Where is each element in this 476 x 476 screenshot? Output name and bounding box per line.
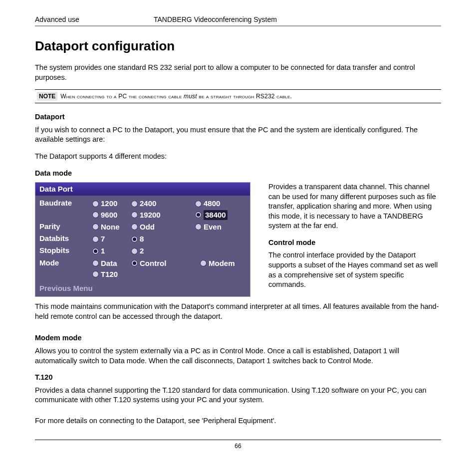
radio-option[interactable]: T120 xyxy=(92,269,131,280)
radio-icon xyxy=(92,224,99,230)
radio-label: Modem xyxy=(209,258,235,268)
radio-option[interactable]: 2 xyxy=(131,245,170,256)
radio-option[interactable]: Odd xyxy=(131,222,170,233)
radio-option[interactable]: 9600 xyxy=(92,210,131,221)
option-label: Mode xyxy=(39,258,92,268)
page-number: 66 xyxy=(35,442,441,450)
radio-label: None xyxy=(101,222,120,232)
panel-title: Data Port xyxy=(35,183,250,196)
radio-icon xyxy=(200,260,207,266)
page-header: Advanced use TANDBERG Videoconferencing … xyxy=(35,15,441,26)
t120-heading: T.120 xyxy=(35,373,441,383)
radio-option[interactable]: 1 xyxy=(92,245,131,256)
option-row: Stopbits12 xyxy=(39,245,246,257)
option-row: Baudrate12002400480096001920038400 xyxy=(39,198,246,221)
note-text: When connecting to a PC the connecting c… xyxy=(60,92,292,100)
radio-label: 1200 xyxy=(101,199,117,209)
radio-label: Even xyxy=(204,222,222,232)
option-values: 78 xyxy=(92,234,246,244)
page-title: Dataport configuration xyxy=(35,37,441,55)
radio-option[interactable]: Modem xyxy=(200,258,239,269)
radio-icon xyxy=(92,271,99,277)
see-also: For more details on connecting to the Da… xyxy=(35,416,441,426)
header-product: TANDBERG Videoconferencing System xyxy=(154,15,441,24)
radio-label: 2400 xyxy=(140,199,156,209)
option-values: 12002400480096001920038400 xyxy=(92,198,246,221)
option-row: Databits78 xyxy=(39,233,246,245)
radio-option[interactable]: 8 xyxy=(131,234,170,244)
radio-label: Control xyxy=(140,258,166,268)
datamode-heading: Data mode xyxy=(35,169,441,179)
radio-icon xyxy=(131,201,138,207)
radio-option[interactable]: 38400 xyxy=(195,210,234,221)
radio-icon xyxy=(195,201,202,207)
radio-icon xyxy=(195,212,202,218)
modemmode-heading: Modem mode xyxy=(35,333,441,343)
radio-label: 4800 xyxy=(204,199,220,209)
option-label: Databits xyxy=(39,234,92,243)
radio-label: Data xyxy=(101,258,117,268)
radio-option[interactable]: 7 xyxy=(92,234,131,244)
t120-desc: Provides a data channel supporting the T… xyxy=(35,386,441,405)
radio-icon xyxy=(92,260,99,266)
radio-option[interactable]: 19200 xyxy=(131,210,170,221)
controlmode-extra: This mode maintains communication with t… xyxy=(35,302,441,321)
dataport-heading: Dataport xyxy=(35,112,441,122)
controlmode-desc: The control interface provided by the Da… xyxy=(268,250,441,289)
radio-label: 1 xyxy=(101,246,105,256)
note-label: NOTE xyxy=(37,92,57,101)
intro-text: The system provides one standard RS 232 … xyxy=(35,63,441,82)
modemmode-desc: Allows you to control the system externa… xyxy=(35,346,441,366)
radio-option[interactable]: 2400 xyxy=(131,198,170,209)
option-label: Baudrate xyxy=(39,198,92,208)
header-section: Advanced use xyxy=(35,15,154,24)
radio-option[interactable]: Data xyxy=(92,258,131,269)
previous-menu[interactable]: Previous Menu xyxy=(39,280,246,293)
datamode-desc: Provides a transparent data channel. Thi… xyxy=(268,182,441,231)
radio-label: 19200 xyxy=(140,210,161,220)
controlmode-heading: Control mode xyxy=(268,238,441,248)
radio-option[interactable]: None xyxy=(92,222,131,233)
radio-label: 8 xyxy=(140,234,144,244)
radio-label: 9600 xyxy=(101,210,117,220)
radio-option[interactable]: 4800 xyxy=(195,198,234,209)
option-row: ParityNoneOddEven xyxy=(39,221,246,233)
radio-label: 38400 xyxy=(204,210,228,220)
radio-icon xyxy=(92,212,99,218)
radio-label: 2 xyxy=(140,246,144,256)
radio-icon xyxy=(92,201,99,207)
radio-icon xyxy=(131,224,138,230)
radio-option[interactable]: Even xyxy=(195,222,234,233)
option-label: Stopbits xyxy=(39,245,92,255)
radio-icon xyxy=(92,248,99,254)
radio-option[interactable]: Control xyxy=(131,258,175,269)
dataport-desc-1: If you wish to connect a PC to the Datap… xyxy=(35,125,441,145)
option-values: DataControlModemT120 xyxy=(92,258,246,280)
dataport-desc-2: The Dataport supports 4 different modes: xyxy=(35,152,441,162)
footer-rule xyxy=(35,440,441,440)
radio-label: 7 xyxy=(101,234,105,244)
option-values: 12 xyxy=(92,245,246,256)
radio-icon xyxy=(131,212,138,218)
radio-icon xyxy=(92,236,99,242)
option-label: Parity xyxy=(39,222,92,232)
radio-label: Odd xyxy=(140,222,155,232)
dataport-panel: Data Port Baudrate1200240048009600192003… xyxy=(35,182,250,297)
note-box: NOTE When connecting to a PC the connect… xyxy=(35,89,441,103)
radio-icon xyxy=(131,260,138,266)
option-values: NoneOddEven xyxy=(92,222,246,233)
radio-icon xyxy=(131,248,138,254)
radio-icon xyxy=(131,236,138,242)
radio-label: T120 xyxy=(101,269,118,279)
radio-icon xyxy=(195,224,202,230)
option-row: ModeDataControlModemT120 xyxy=(39,257,246,281)
radio-option[interactable]: 1200 xyxy=(92,198,131,209)
